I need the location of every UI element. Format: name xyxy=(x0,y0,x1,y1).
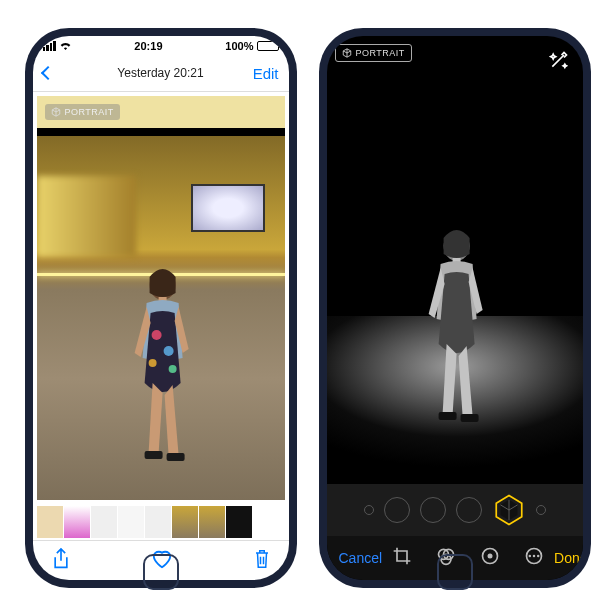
trash-icon[interactable] xyxy=(253,548,271,573)
cube-icon xyxy=(342,48,352,58)
editor-top-bar: PORTRAIT xyxy=(327,36,583,84)
list-item[interactable] xyxy=(145,506,171,538)
subject-figure xyxy=(416,224,496,444)
list-item[interactable] xyxy=(199,506,225,538)
svg-point-3 xyxy=(163,346,173,356)
back-button[interactable] xyxy=(43,68,91,78)
photo-main[interactable]: PORTRAIT xyxy=(37,96,285,500)
lighting-option-selected[interactable] xyxy=(492,493,526,527)
home-button[interactable] xyxy=(143,554,179,590)
list-item[interactable] xyxy=(37,506,63,538)
cancel-button[interactable]: Cancel xyxy=(339,550,383,566)
svg-rect-11 xyxy=(460,414,478,422)
magic-wand-icon[interactable] xyxy=(549,50,569,73)
lighting-option[interactable] xyxy=(536,505,546,515)
status-time: 20:19 xyxy=(134,40,162,52)
crop-icon[interactable] xyxy=(392,546,412,569)
editor-screen: PORTRAIT xyxy=(327,36,583,580)
phone-editor-frame: PORTRAIT xyxy=(319,28,591,588)
status-bar: 20:19 100% xyxy=(33,36,289,56)
portrait-mode-button[interactable]: PORTRAIT xyxy=(335,44,412,62)
editor-canvas[interactable] xyxy=(327,84,583,484)
nav-title: Yesterday 20:21 xyxy=(91,66,231,80)
svg-point-4 xyxy=(148,359,156,367)
list-item[interactable] xyxy=(118,506,144,538)
more-icon[interactable] xyxy=(524,546,544,569)
lighting-option[interactable] xyxy=(384,497,410,523)
svg-point-2 xyxy=(151,330,161,340)
list-item[interactable] xyxy=(91,506,117,538)
svg-rect-10 xyxy=(438,412,456,420)
chevron-left-icon xyxy=(40,66,54,80)
svg-point-22 xyxy=(537,555,540,558)
lighting-option[interactable] xyxy=(364,505,374,515)
home-button[interactable] xyxy=(437,554,473,590)
svg-point-18 xyxy=(488,554,493,559)
signal-icon xyxy=(43,41,56,51)
subject-figure xyxy=(122,263,202,483)
battery-pct: 100% xyxy=(225,40,253,52)
portrait-badge: PORTRAIT xyxy=(45,104,120,120)
svg-rect-6 xyxy=(144,451,162,459)
lighting-picker[interactable] xyxy=(327,484,583,536)
svg-rect-7 xyxy=(166,453,184,461)
wifi-icon xyxy=(59,40,72,52)
lighting-option[interactable] xyxy=(456,497,482,523)
edit-button[interactable]: Edit xyxy=(231,65,279,82)
list-item[interactable] xyxy=(172,506,198,538)
lighting-option[interactable] xyxy=(420,497,446,523)
cube-icon xyxy=(51,107,61,117)
viewer-screen: 20:19 100% Yesterday 20:21 Edit xyxy=(33,36,289,580)
phone-viewer-frame: 20:19 100% Yesterday 20:21 Edit xyxy=(25,28,297,588)
svg-point-20 xyxy=(529,555,532,558)
adjust-icon[interactable] xyxy=(480,546,500,569)
done-button[interactable]: Done xyxy=(554,550,582,566)
list-item[interactable] xyxy=(226,506,252,538)
share-icon[interactable] xyxy=(51,547,71,574)
nav-bar: Yesterday 20:21 Edit xyxy=(33,56,289,92)
svg-point-5 xyxy=(168,365,176,373)
svg-point-21 xyxy=(533,555,536,558)
battery-icon xyxy=(257,41,279,51)
list-item[interactable] xyxy=(64,506,90,538)
thumbnail-strip[interactable] xyxy=(33,504,289,540)
